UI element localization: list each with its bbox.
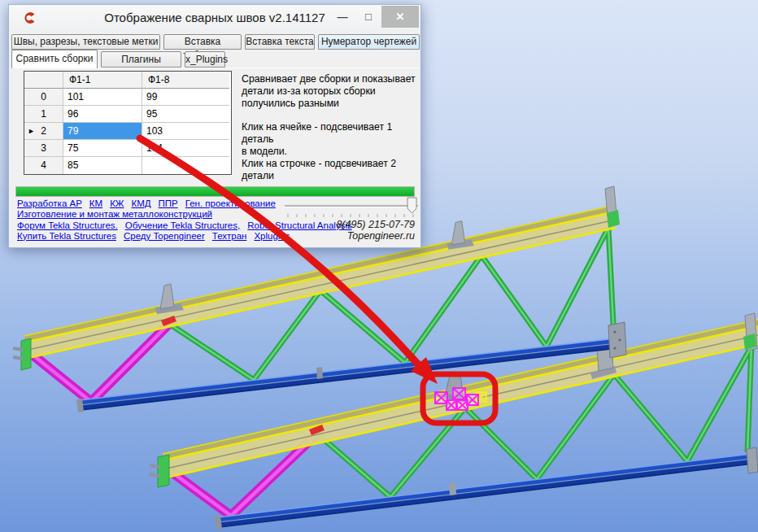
link-xplugins[interactable]: Xplugins	[254, 231, 290, 241]
link-razrabotka[interactable]: Разработка АР	[17, 198, 82, 208]
column-header[interactable]: Ф1-8	[142, 72, 229, 89]
compare-table: Ф1-1 Ф1-8 0 101 99 1 96 95 ►2 79 103	[24, 71, 232, 175]
link-km[interactable]: КМ	[89, 198, 102, 208]
tab-x-plugins[interactable]: x_Plugins	[185, 51, 225, 68]
tab-numerator[interactable]: Нумератор чертежей	[318, 34, 420, 50]
weld-display-window: Отображение сварных швов v2.141127 — □ ✕…	[8, 4, 421, 248]
table-row[interactable]: 4 85	[24, 157, 231, 174]
screenshot-root: Отображение сварных швов v2.141127 — □ ✕…	[0, 0, 758, 532]
link-gen-proekt[interactable]: Ген. проектирование	[185, 198, 276, 208]
table-row[interactable]: 3 75 104	[24, 140, 231, 157]
stiffener	[447, 221, 474, 250]
link-kmd[interactable]: КМД	[131, 198, 150, 208]
selected-cell: 79	[63, 123, 142, 140]
title-bar[interactable]: Отображение сварных швов v2.141127 — □ ✕	[9, 5, 420, 32]
close-button[interactable]: ✕	[381, 6, 419, 28]
table-row-selected[interactable]: ►2 79 103	[24, 123, 231, 140]
link-sreda-topengineer[interactable]: Среду Topengineer	[124, 231, 205, 241]
table-row[interactable]: 1 96 95	[24, 106, 231, 123]
site-name: Topengineer.ru	[347, 231, 415, 242]
link-forum-tekla[interactable]: Форум Tekla Structures.	[17, 220, 118, 230]
link-izgotovlenie[interactable]: Изготовление и монтаж металлоконструкций	[17, 209, 212, 219]
tab-drawing-plugins[interactable]: Плагины чертежа	[101, 51, 181, 68]
link-obuchenie-tekla[interactable]: Обучение Tekla Structures,	[125, 220, 240, 230]
tab-insert-text[interactable]: Вставка текста	[245, 34, 315, 50]
tab-welds[interactable]: Швы, разрезы, текстовые метки	[11, 34, 160, 50]
minimize-button[interactable]: —	[329, 6, 355, 28]
tab-insert-table[interactable]: Вставка таблицы	[163, 34, 242, 50]
table-corner	[24, 72, 63, 89]
table-row[interactable]: 0 101 99	[24, 89, 231, 106]
link-tehtran[interactable]: Техтран	[212, 231, 247, 241]
phone-number: 8(495) 215-07-79	[336, 220, 415, 230]
link-ppr[interactable]: ППР	[159, 198, 178, 208]
current-row-marker: ►	[28, 123, 35, 140]
stiffener	[155, 284, 184, 314]
footer-links: Разработка АРКМКЖКМДППРГен. проектирован…	[17, 198, 415, 242]
maximize-button[interactable]: □	[355, 6, 381, 28]
help-text: Сравнивает две сборки и показывает детал…	[242, 73, 417, 182]
link-kzh[interactable]: КЖ	[110, 198, 124, 208]
link-kupit-tekla[interactable]: Купить Tekla Structures	[17, 231, 116, 241]
tab-compare-assemblies[interactable]: Сравнить сборки	[11, 50, 98, 68]
truss-bottom	[150, 313, 758, 530]
column-header[interactable]: Ф1-1	[63, 72, 142, 89]
